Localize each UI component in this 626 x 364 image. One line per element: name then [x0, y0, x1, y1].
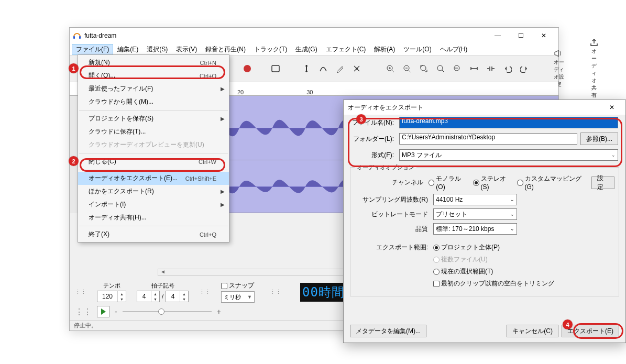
timesig-denominator[interactable]: ▲▼: [166, 291, 189, 302]
play-at-speed-button[interactable]: [97, 306, 109, 317]
menu-generate[interactable]: 生成(G): [291, 44, 321, 55]
edit-tools: [299, 61, 364, 76]
menu-export-audio[interactable]: オーディオをエクスポート(E)...Ctrl+Shift+E: [78, 172, 229, 185]
menu-help[interactable]: ヘルプ(H): [436, 44, 472, 55]
range-label: エクスポート範囲:: [355, 243, 433, 252]
svg-rect-1: [79, 36, 81, 39]
dialog-title: オーディオをエクスポート: [348, 103, 423, 112]
menu-analyze[interactable]: 解析(A): [370, 44, 399, 55]
close-button[interactable]: ✕: [532, 28, 555, 43]
titlebar: futta-dream — ☐ ✕: [70, 28, 558, 43]
callout-ring-3: [348, 118, 622, 167]
cancel-button[interactable]: キャンセル(C): [507, 325, 558, 337]
range-multi-radio: 複数ファイル(U): [433, 255, 488, 264]
minimize-button[interactable]: —: [486, 28, 509, 43]
window-title: futta-dream: [84, 32, 486, 39]
menu-save-project[interactable]: プロジェクトを保存(S)▶: [78, 112, 229, 125]
quality-select[interactable]: 標準: 170～210 kbps⌄: [433, 223, 517, 235]
multi-tool-icon[interactable]: [349, 61, 364, 76]
quality-label: 品質: [355, 225, 433, 234]
menu-tools[interactable]: ツール(O): [399, 44, 435, 55]
timesig-label: 拍子記号: [151, 282, 174, 290]
zoom-in-icon[interactable]: [383, 61, 398, 76]
maximize-button[interactable]: ☐: [509, 28, 532, 43]
samplerate-label: サンプリング周波数(R): [355, 195, 433, 204]
callout-ring-2: [80, 158, 225, 172]
menu-update-preview: クラウドオーディオプレビューを更新(U): [78, 138, 229, 151]
tempo-label: テンポ: [103, 282, 120, 290]
menu-open-cloud[interactable]: クラウドから開く(M)...: [78, 95, 229, 108]
svg-point-8: [437, 65, 443, 71]
channel-custom-radio[interactable]: カスタムマッピング(G): [517, 174, 586, 191]
menu-view[interactable]: 表示(V): [172, 44, 201, 55]
svg-rect-0: [73, 36, 75, 39]
menu-exit[interactable]: 終了(X)Ctrl+Q: [78, 228, 229, 241]
menu-effect[interactable]: エフェクト(C): [322, 44, 370, 55]
svg-point-7: [421, 65, 426, 71]
edit-metadata-button[interactable]: メタデータを編集(M)...: [350, 325, 426, 337]
playback-speed-slider[interactable]: [123, 311, 212, 312]
range-selection-radio[interactable]: 現在の選択範囲(T): [433, 267, 493, 276]
audio-share-button[interactable]: オーディオ共有: [586, 37, 602, 100]
trim-icon[interactable]: [467, 61, 481, 76]
zoom-tools: [383, 61, 532, 76]
callout-ring-4: [573, 323, 623, 339]
dialog-close-button[interactable]: ✕: [602, 104, 621, 111]
audio-options-group: オーディオオプション チャンネル モノラル(O) ステレオ(S) カスタムマッピ…: [350, 167, 619, 296]
bitrate-mode-label: ビットレートモード: [355, 210, 433, 219]
share-icon: [589, 38, 599, 47]
silence-icon[interactable]: [484, 61, 498, 76]
callout-badge-3: 3: [356, 114, 366, 124]
timesig-numerator[interactable]: ▲▼: [137, 291, 160, 302]
menu-file[interactable]: ファイル(F): [72, 44, 113, 55]
snap-checkbox[interactable]: スナップ: [221, 281, 254, 290]
range-project-radio[interactable]: プロジェクト全体(P): [433, 243, 500, 252]
menu-import[interactable]: インポート(I)▶: [78, 198, 229, 211]
app-icon: [73, 31, 81, 40]
channel-settings-button[interactable]: 設定: [591, 177, 614, 189]
selection-tool-icon[interactable]: [299, 61, 314, 76]
svg-point-2: [244, 65, 251, 72]
draw-tool-icon[interactable]: [333, 61, 347, 76]
zoom-fit-sel-icon[interactable]: [416, 61, 431, 76]
menu-share-audio[interactable]: オーディオ共有(H)...: [78, 211, 229, 224]
tempo-input[interactable]: ▲▼: [97, 291, 126, 302]
bitrate-mode-select[interactable]: プリセット⌄: [433, 208, 517, 220]
redo-icon[interactable]: [517, 61, 532, 76]
menu-export-other[interactable]: ほかをエクスポート(R)▶: [78, 185, 229, 198]
callout-ring-1: [80, 65, 225, 79]
menu-tracks[interactable]: トラック(T): [250, 44, 291, 55]
channel-label: チャンネル: [355, 178, 429, 187]
speaker-icon: [554, 49, 564, 58]
menu-recent[interactable]: 最近使ったファイル(F)▶: [78, 82, 229, 95]
callout-badge-4: 4: [563, 319, 573, 329]
file-menu-dropdown: 新規(N)Ctrl+N 開く(O)...Ctrl+O 最近使ったファイル(F)▶…: [78, 54, 229, 242]
menu-edit[interactable]: 編集(E): [113, 44, 142, 55]
channel-stereo-radio[interactable]: ステレオ(S): [473, 174, 512, 191]
channel-mono-radio[interactable]: モノラル(O): [429, 174, 468, 191]
callout-badge-1: 1: [69, 63, 79, 73]
svg-point-4: [356, 68, 358, 70]
snap-unit-select[interactable]: ミリ秒▼: [221, 291, 255, 303]
trim-blank-checkbox[interactable]: 最初のクリップ以前の空白をトリミング: [433, 279, 554, 288]
dialog-titlebar: オーディオをエクスポート ✕: [344, 100, 625, 115]
samplerate-select[interactable]: 44100 Hz⌄: [433, 194, 517, 205]
menu-save-cloud[interactable]: クラウドに保存(T)...: [78, 125, 229, 138]
menu-select[interactable]: 選択(S): [142, 44, 172, 55]
callout-badge-2: 2: [69, 156, 79, 166]
record-button[interactable]: [243, 61, 252, 76]
zoom-out-icon[interactable]: [400, 61, 414, 76]
loop-toggle[interactable]: [271, 61, 280, 76]
zoom-fit-icon[interactable]: [433, 61, 448, 76]
undo-icon[interactable]: [500, 61, 515, 76]
zoom-toggle-icon[interactable]: [450, 61, 465, 76]
envelope-tool-icon[interactable]: [316, 61, 331, 76]
menu-transport[interactable]: 録音と再生(N): [201, 44, 250, 55]
menubar: ファイル(F) 編集(E) 選択(S) 表示(V) 録音と再生(N) トラック(…: [70, 43, 558, 55]
svg-rect-3: [272, 65, 279, 72]
